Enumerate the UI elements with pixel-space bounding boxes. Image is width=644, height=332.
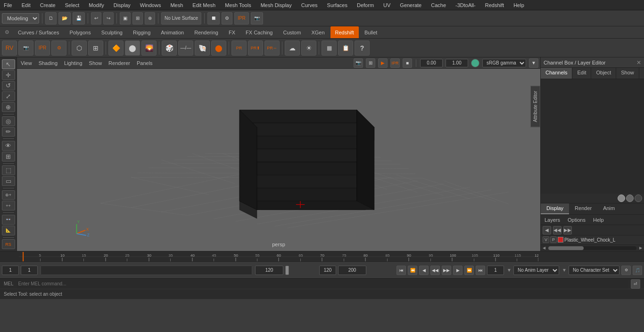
vp-menu-view[interactable]: View <box>19 59 34 67</box>
shelf-icon-13[interactable]: ⬤ <box>211 40 226 56</box>
scrollbar-track[interactable] <box>548 246 636 250</box>
dt-tab-render[interactable]: Render <box>569 203 597 214</box>
menu-generate[interactable]: Generate <box>398 1 423 9</box>
universal-tool-btn[interactable]: ⊕ <box>2 102 15 112</box>
show-manip-btn[interactable]: 👁 <box>2 141 15 151</box>
playback-end-input[interactable] <box>319 266 336 275</box>
cb-tab-channels[interactable]: Channels <box>541 68 572 79</box>
menu-uv[interactable]: UV <box>381 1 392 9</box>
vp-ipr-btn[interactable]: IPR <box>390 58 400 68</box>
lt-tab-help[interactable]: Help <box>591 216 606 224</box>
scrollbar-left-arrow[interactable]: ◀ <box>541 245 547 251</box>
vp-stop-btn[interactable]: ■ <box>403 58 412 68</box>
tab-polygons[interactable]: Polygons <box>65 26 95 38</box>
lt-tab-layers[interactable]: Layers <box>543 216 562 224</box>
shelf-icon-node1[interactable]: ▦ <box>322 40 337 56</box>
next-key-btn[interactable]: ⏩ <box>464 266 474 275</box>
tab-curves-surfaces[interactable]: Curves / Surfaces <box>13 26 64 38</box>
snap-grid-btn[interactable]: ⊞ <box>2 152 15 162</box>
scale-tool-btn[interactable]: ⤢ <box>2 91 15 101</box>
tab-xgen[interactable]: XGen <box>306 26 329 38</box>
snap-pivot-btn[interactable]: ⊕+ <box>2 190 15 200</box>
vp-rotate-input[interactable] <box>420 59 443 67</box>
menu-redshift[interactable]: Redshift <box>483 1 506 9</box>
layer-v-btn[interactable]: V <box>543 236 549 243</box>
tab-animation[interactable]: Animation <box>156 26 189 38</box>
menu-cache[interactable]: Cache <box>429 1 448 9</box>
menu-help[interactable]: Help <box>512 1 526 9</box>
next-frame-btn[interactable]: ▶ <box>453 266 462 275</box>
tab-rigging[interactable]: Rigging <box>128 26 155 38</box>
shelf-icon-5[interactable]: ⬡ <box>72 40 87 56</box>
select-mode-btn[interactable]: ▣ <box>120 12 131 24</box>
new-scene-btn[interactable]: 🗋 <box>45 12 57 24</box>
menu-surfaces[interactable]: Surfaces <box>325 1 349 9</box>
viewport-area[interactable]: View Shading Lighting Show Renderer Pane… <box>17 57 540 251</box>
cb-tab-show[interactable]: Show <box>616 68 639 79</box>
softmod-btn[interactable]: ◎ <box>2 116 15 126</box>
frame-counter-input[interactable] <box>487 266 504 275</box>
play-fwd-btn[interactable]: ▶▶ <box>442 266 451 275</box>
play-end-btn[interactable]: ⏭ <box>476 266 485 275</box>
layer-new-btn[interactable]: ◀ <box>543 226 551 235</box>
vp-grid-btn[interactable]: ⊞ <box>366 58 375 68</box>
shelf-icon-12[interactable]: 🐚 <box>195 40 210 56</box>
shelf-icon-10[interactable]: 🎲 <box>162 40 177 56</box>
layer-prev-btn[interactable]: ◀◀ <box>553 226 561 235</box>
menu-display[interactable]: Display <box>112 1 132 9</box>
char-set-arrow[interactable]: ▼ <box>561 267 568 274</box>
mel-submit-btn[interactable]: ⏎ <box>631 279 640 289</box>
menu-mesh[interactable]: Mesh <box>168 1 185 9</box>
multi-snap-btn[interactable]: ++ <box>2 201 15 211</box>
redshift-icon-btn[interactable]: RS <box>2 239 15 249</box>
vp-menu-lighting[interactable]: Lighting <box>62 59 84 67</box>
attribute-editor-tab[interactable]: Attribute Editor <box>530 86 540 127</box>
timeline-header[interactable]: 5 10 15 20 25 30 35 <box>0 251 644 261</box>
tab-bullet[interactable]: Bullet <box>360 26 382 38</box>
menu-curves[interactable]: Curves <box>299 1 320 9</box>
dt-tab-anim[interactable]: Anim <box>597 203 620 214</box>
vp-color-space-select[interactable]: sRGB gamma <box>482 59 526 67</box>
prev-key-btn[interactable]: ⏪ <box>408 266 417 275</box>
anim-layer-arrow[interactable]: ▼ <box>506 267 512 274</box>
channel-box-close-btn[interactable]: ✕ <box>636 59 641 66</box>
cb-tab-edit[interactable]: Edit <box>572 68 591 79</box>
shelf-icon-8[interactable]: ⬤ <box>125 40 140 56</box>
render-view-btn[interactable]: ⚙ <box>222 12 232 24</box>
menu-edit-mesh[interactable]: Edit Mesh <box>190 1 217 9</box>
timeline-range[interactable] <box>41 266 252 275</box>
menu-windows[interactable]: Windows <box>138 1 163 9</box>
shelf-icon-6[interactable]: ⊞ <box>88 40 103 56</box>
menu-3dto[interactable]: -3DtoAll- <box>454 1 478 9</box>
render-cam-btn[interactable]: 📷 <box>251 12 263 24</box>
viewport-canvas[interactable]: X Y Z persp <box>17 69 540 251</box>
scrollbar-right-arrow[interactable]: ▶ <box>637 245 644 251</box>
select-tool-btn[interactable]: ↖ <box>2 59 15 69</box>
vp-extra-btn[interactable]: ▼ <box>529 58 538 68</box>
anim-layer-select[interactable]: No Anim Layer <box>513 266 559 275</box>
max-frame-input[interactable] <box>338 266 366 275</box>
shelf-icon-help[interactable]: ? <box>355 40 370 56</box>
move-tool-btn[interactable]: ✛ <box>2 70 15 80</box>
rotate-tool-btn[interactable]: ↺ <box>2 81 15 91</box>
shelf-icon-11[interactable]: —/— <box>178 40 193 56</box>
tabs-gear-icon[interactable]: ⚙ <box>2 28 12 36</box>
menu-file[interactable]: File <box>2 1 14 9</box>
shelf-icon-pr3[interactable]: PR↔ <box>264 40 280 56</box>
shelf-icon-node2[interactable]: 📋 <box>338 40 353 56</box>
redo-btn[interactable]: ↪ <box>103 12 114 24</box>
prev-frame-btn[interactable]: ◀ <box>419 266 429 275</box>
tab-sculpting[interactable]: Sculpting <box>97 26 127 38</box>
tab-redshift[interactable]: Redshift <box>330 26 359 38</box>
shelf-icon-dome[interactable]: ☁ <box>285 40 300 56</box>
shelf-icon-4[interactable]: ⚙ <box>51 40 66 56</box>
lt-tab-options[interactable]: Options <box>566 216 587 224</box>
paint-btn[interactable]: ✏ <box>2 127 15 137</box>
shelf-icon-2[interactable]: 📷 <box>18 40 33 56</box>
menu-edit[interactable]: Edit <box>20 1 33 9</box>
display-btn[interactable]: 👓 <box>2 215 15 225</box>
tab-fx-caching[interactable]: FX Caching <box>241 26 277 38</box>
playback-frame-input[interactable] <box>21 266 38 275</box>
shelf-icon-3[interactable]: IPR <box>35 40 50 56</box>
vp-scale-input[interactable] <box>446 59 468 67</box>
